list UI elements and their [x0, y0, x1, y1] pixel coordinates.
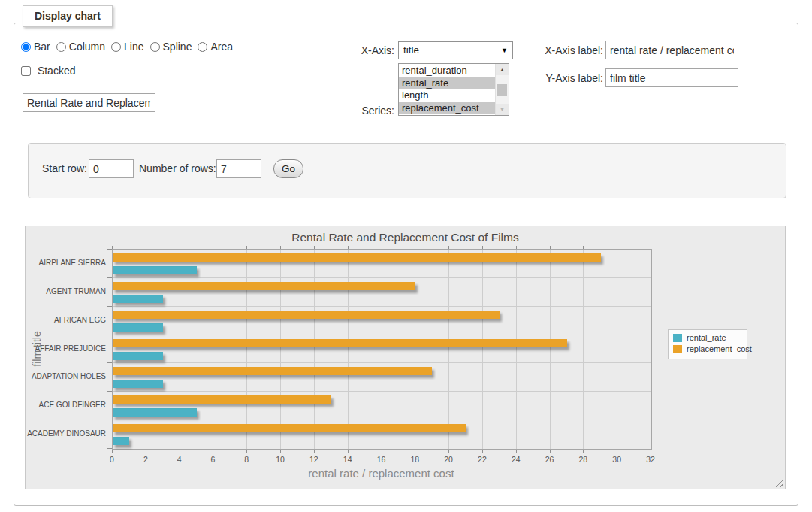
chart-bar-replacement_cost — [113, 395, 331, 404]
chart-type-radio-area[interactable]: Area — [198, 41, 233, 53]
series-option-replacement_cost[interactable]: replacement_cost — [399, 102, 495, 115]
x-tick-mark-top — [213, 246, 213, 249]
x-tick-label: 14 — [337, 455, 359, 464]
legend-swatch-rental_rate — [673, 334, 682, 342]
x-tick-mark-top — [651, 246, 651, 249]
chart-type-radio-bar[interactable]: Bar — [21, 41, 50, 53]
chart-title: Rental Rate and Replacement Cost of Film… — [26, 231, 785, 244]
chart-type-radio-spline[interactable]: Spline — [150, 41, 192, 53]
legend-swatch-replacement_cost — [673, 345, 682, 353]
x-tick-mark-top — [415, 246, 415, 249]
chart-bar-rental_rate — [113, 266, 197, 274]
chart-bar-rental_rate — [113, 352, 163, 360]
x-tick-mark-top — [583, 246, 584, 249]
x-tick-label: 20 — [437, 455, 460, 464]
chart-container: Rental Rate and Replacement Cost of Film… — [25, 226, 786, 489]
stacked-option[interactable]: Stacked — [21, 65, 75, 77]
x-tick-label: 28 — [572, 455, 594, 464]
x-tick-mark-top — [146, 246, 146, 249]
chart-bar-replacement_cost — [113, 424, 466, 432]
series-option-rental_rate[interactable]: rental_rate — [399, 77, 495, 90]
series-option-length[interactable]: length — [399, 89, 495, 102]
x-tick-mark — [583, 450, 584, 453]
chart-type-radio-line[interactable]: Line — [111, 41, 143, 53]
legend-label: replacement_cost — [687, 344, 752, 353]
x-axis-label-label: X-Axis label: — [543, 44, 603, 56]
x-axis-selected-value: title — [403, 44, 419, 56]
x-tick-mark — [180, 450, 180, 453]
start-row-input[interactable] — [89, 159, 134, 178]
x-tick-mark-top — [448, 246, 449, 249]
x-tick-mark — [280, 450, 281, 453]
y-category-label: AIRPLANE SIERRA — [26, 259, 106, 267]
grid-line-horizontal — [113, 362, 651, 363]
x-axis-title: rental rate / replacement cost — [112, 467, 651, 480]
num-rows-label: Number of rows: — [139, 162, 216, 174]
x-tick-mark-top — [382, 246, 382, 249]
chart-bar-replacement_cost — [113, 282, 415, 290]
x-tick-mark — [617, 450, 617, 453]
x-tick-label: 8 — [235, 455, 258, 464]
y-tick-mark — [107, 249, 112, 250]
x-tick-mark — [516, 450, 517, 453]
grid-line-horizontal — [113, 335, 651, 335]
chart-bar-rental_rate — [113, 408, 197, 417]
x-axis-label-input[interactable] — [605, 41, 738, 59]
x-tick-mark-top — [180, 246, 180, 249]
y-axis-label-input[interactable] — [605, 68, 738, 87]
x-tick-label: 32 — [639, 455, 662, 464]
grid-line-horizontal — [113, 420, 651, 420]
scroll-up-icon[interactable]: ▲ — [496, 64, 509, 75]
x-tick-mark-top — [617, 246, 617, 249]
radio-label: Column — [69, 41, 105, 53]
radio-input-line[interactable] — [111, 42, 121, 52]
series-options: rental_durationrental_ratelengthreplacem… — [399, 64, 495, 115]
radio-input-bar[interactable] — [21, 42, 31, 52]
series-option-rental_duration[interactable]: rental_duration — [399, 65, 495, 77]
x-tick-mark-top — [482, 246, 483, 249]
x-tick-mark — [348, 450, 349, 453]
chart-title-input[interactable] — [23, 93, 155, 112]
x-tick-label: 26 — [539, 455, 561, 464]
y-tick-mark — [107, 277, 112, 278]
x-axis-select[interactable]: title ▼ — [398, 41, 513, 59]
series-listbox[interactable]: rental_durationrental_ratelengthreplacem… — [398, 63, 509, 116]
series-scrollbar[interactable]: ▲ ▼ — [495, 64, 509, 115]
grid-line-horizontal — [113, 277, 651, 278]
chart-bar-rental_rate — [113, 437, 129, 445]
chart-bar-replacement_cost — [113, 253, 601, 262]
scroll-down-icon[interactable]: ▼ — [496, 104, 509, 115]
num-rows-input[interactable] — [216, 159, 261, 178]
y-tick-mark — [107, 306, 112, 307]
y-category-label: AGENT TRUMAN — [26, 287, 106, 295]
x-tick-mark — [651, 450, 651, 453]
chart-bar-rental_rate — [113, 295, 163, 303]
stacked-checkbox[interactable] — [21, 66, 31, 76]
grid-line-horizontal — [113, 391, 651, 392]
x-tick-label: 0 — [101, 455, 123, 464]
y-axis-label-label: Y-Axis label: — [543, 72, 603, 84]
grid-line-horizontal — [113, 306, 651, 307]
chart-type-radio-column[interactable]: Column — [56, 41, 105, 53]
legend-entry-replacement_cost: replacement_cost — [673, 344, 742, 356]
go-button[interactable]: Go — [273, 159, 303, 178]
x-tick-mark — [146, 450, 146, 453]
x-tick-label: 24 — [505, 455, 527, 464]
radio-input-area[interactable] — [198, 42, 207, 52]
radio-input-spline[interactable] — [150, 42, 160, 52]
radio-input-column[interactable] — [56, 42, 66, 52]
chart-bar-rental_rate — [113, 380, 163, 388]
y-tick-mark — [107, 335, 112, 335]
series-select-label: Series: — [334, 105, 394, 117]
start-row-label: Start row: — [42, 162, 87, 174]
x-tick-mark — [213, 450, 213, 453]
x-tick-label: 6 — [201, 455, 224, 464]
x-tick-mark-top — [550, 246, 551, 249]
y-category-label: ACE GOLDFINGER — [26, 401, 106, 409]
chevron-down-icon: ▼ — [501, 42, 508, 59]
y-tick-mark — [107, 448, 112, 449]
x-tick-label: 4 — [168, 455, 191, 464]
resize-handle-icon[interactable] — [775, 479, 783, 487]
scrollbar-thumb[interactable] — [497, 84, 507, 96]
radio-label: Spline — [163, 41, 192, 53]
